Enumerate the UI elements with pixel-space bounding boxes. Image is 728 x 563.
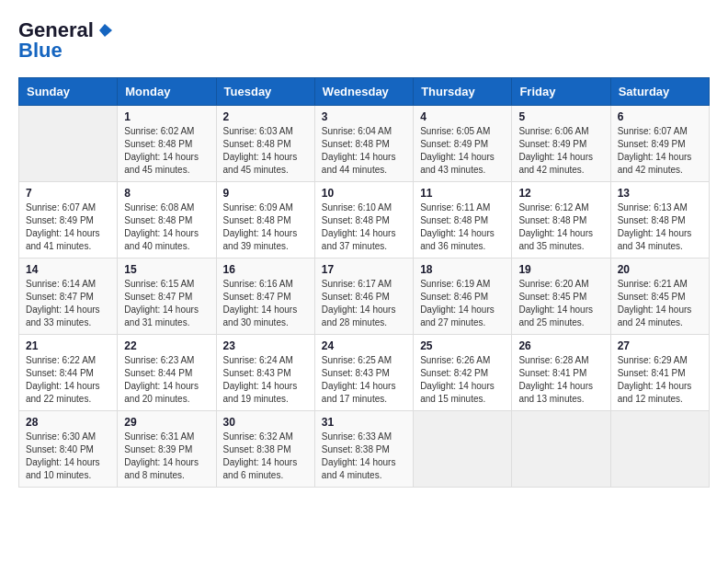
header-day-sunday: Sunday xyxy=(19,78,118,106)
calendar-cell: 26 Sunrise: 6:28 AMSunset: 8:41 PMDaylig… xyxy=(512,335,610,411)
calendar-cell: 11 Sunrise: 6:11 AMSunset: 8:48 PMDaylig… xyxy=(414,182,512,259)
day-info: Sunrise: 6:21 AMSunset: 8:45 PMDaylight:… xyxy=(618,278,702,329)
day-info: Sunrise: 6:08 AMSunset: 8:48 PMDaylight:… xyxy=(124,201,209,253)
day-number: 17 xyxy=(322,263,406,276)
day-info: Sunrise: 6:29 AMSunset: 8:41 PMDaylight:… xyxy=(618,354,702,406)
day-number: 30 xyxy=(223,416,308,429)
day-info: Sunrise: 6:32 AMSunset: 8:38 PMDaylight:… xyxy=(223,431,308,482)
day-info: Sunrise: 6:06 AMSunset: 8:49 PMDaylight:… xyxy=(518,125,603,177)
day-info: Sunrise: 6:15 AMSunset: 8:47 PMDaylight:… xyxy=(124,278,209,329)
calendar-cell: 18 Sunrise: 6:19 AMSunset: 8:46 PMDaylig… xyxy=(414,259,512,335)
week-row-4: 21 Sunrise: 6:22 AMSunset: 8:44 PMDaylig… xyxy=(19,335,710,411)
day-info: Sunrise: 6:03 AMSunset: 8:48 PMDaylight:… xyxy=(223,125,308,177)
day-info: Sunrise: 6:33 AMSunset: 8:38 PMDaylight:… xyxy=(322,431,406,482)
calendar-cell: 3 Sunrise: 6:04 AMSunset: 8:48 PMDayligh… xyxy=(314,106,413,182)
day-number: 11 xyxy=(420,187,505,200)
header-day-tuesday: Tuesday xyxy=(216,78,314,106)
calendar-cell: 5 Sunrise: 6:06 AMSunset: 8:49 PMDayligh… xyxy=(512,106,610,182)
day-info: Sunrise: 6:25 AMSunset: 8:43 PMDaylight:… xyxy=(322,354,406,406)
calendar-cell: 2 Sunrise: 6:03 AMSunset: 8:48 PMDayligh… xyxy=(216,106,314,182)
calendar-cell: 10 Sunrise: 6:10 AMSunset: 8:48 PMDaylig… xyxy=(314,182,413,259)
day-number: 23 xyxy=(223,339,308,352)
calendar-cell: 15 Sunrise: 6:15 AMSunset: 8:47 PMDaylig… xyxy=(118,259,216,335)
day-info: Sunrise: 6:11 AMSunset: 8:48 PMDaylight:… xyxy=(420,201,505,253)
day-info: Sunrise: 6:26 AMSunset: 8:42 PMDaylight:… xyxy=(420,354,505,406)
calendar-cell: 29 Sunrise: 6:31 AMSunset: 8:39 PMDaylig… xyxy=(118,411,216,488)
day-number: 19 xyxy=(518,263,603,276)
day-info: Sunrise: 6:02 AMSunset: 8:48 PMDaylight:… xyxy=(124,125,209,177)
calendar-cell: 25 Sunrise: 6:26 AMSunset: 8:42 PMDaylig… xyxy=(414,335,512,411)
calendar-cell: 12 Sunrise: 6:12 AMSunset: 8:48 PMDaylig… xyxy=(512,182,610,259)
day-info: Sunrise: 6:12 AMSunset: 8:48 PMDaylight:… xyxy=(518,201,603,253)
header-day-monday: Monday xyxy=(118,78,216,106)
day-number: 16 xyxy=(223,263,308,276)
day-number: 28 xyxy=(26,416,110,429)
day-info: Sunrise: 6:23 AMSunset: 8:44 PMDaylight:… xyxy=(124,354,209,406)
header-day-friday: Friday xyxy=(512,78,610,106)
calendar-cell: 7 Sunrise: 6:07 AMSunset: 8:49 PMDayligh… xyxy=(19,182,118,259)
week-row-2: 7 Sunrise: 6:07 AMSunset: 8:49 PMDayligh… xyxy=(19,182,710,259)
day-info: Sunrise: 6:24 AMSunset: 8:43 PMDaylight:… xyxy=(223,354,308,406)
day-info: Sunrise: 6:13 AMSunset: 8:48 PMDaylight:… xyxy=(618,201,702,253)
day-number: 31 xyxy=(322,416,406,429)
day-number: 27 xyxy=(618,339,702,352)
logo-blue: Blue xyxy=(18,39,63,63)
header-day-saturday: Saturday xyxy=(610,78,709,106)
calendar-cell: 14 Sunrise: 6:14 AMSunset: 8:47 PMDaylig… xyxy=(19,259,118,335)
day-info: Sunrise: 6:17 AMSunset: 8:46 PMDaylight:… xyxy=(322,278,406,329)
day-number: 21 xyxy=(26,339,110,352)
day-number: 29 xyxy=(124,416,209,429)
calendar-cell: 13 Sunrise: 6:13 AMSunset: 8:48 PMDaylig… xyxy=(610,182,709,259)
calendar-cell: 21 Sunrise: 6:22 AMSunset: 8:44 PMDaylig… xyxy=(19,335,118,411)
calendar-cell: 8 Sunrise: 6:08 AMSunset: 8:48 PMDayligh… xyxy=(118,182,216,259)
day-info: Sunrise: 6:05 AMSunset: 8:49 PMDaylight:… xyxy=(420,125,505,177)
calendar-table: SundayMondayTuesdayWednesdayThursdayFrid… xyxy=(18,77,710,488)
day-info: Sunrise: 6:14 AMSunset: 8:47 PMDaylight:… xyxy=(26,278,110,329)
calendar-cell: 19 Sunrise: 6:20 AMSunset: 8:45 PMDaylig… xyxy=(512,259,610,335)
day-number: 1 xyxy=(124,110,209,123)
week-row-1: 1 Sunrise: 6:02 AMSunset: 8:48 PMDayligh… xyxy=(19,106,710,182)
calendar-cell: 22 Sunrise: 6:23 AMSunset: 8:44 PMDaylig… xyxy=(118,335,216,411)
day-info: Sunrise: 6:19 AMSunset: 8:46 PMDaylight:… xyxy=(420,278,505,329)
week-row-3: 14 Sunrise: 6:14 AMSunset: 8:47 PMDaylig… xyxy=(19,259,710,335)
calendar-cell xyxy=(512,411,610,488)
day-number: 24 xyxy=(322,339,406,352)
day-number: 4 xyxy=(420,110,505,123)
day-info: Sunrise: 6:28 AMSunset: 8:41 PMDaylight:… xyxy=(518,354,603,406)
day-number: 20 xyxy=(618,263,702,276)
logo-bird-icon xyxy=(96,22,112,39)
header-day-wednesday: Wednesday xyxy=(314,78,413,106)
day-info: Sunrise: 6:04 AMSunset: 8:48 PMDaylight:… xyxy=(322,125,406,177)
day-info: Sunrise: 6:10 AMSunset: 8:48 PMDaylight:… xyxy=(322,201,406,253)
day-number: 5 xyxy=(518,110,603,123)
calendar-cell xyxy=(414,411,512,488)
week-row-5: 28 Sunrise: 6:30 AMSunset: 8:40 PMDaylig… xyxy=(19,411,710,488)
day-number: 2 xyxy=(223,110,308,123)
day-info: Sunrise: 6:22 AMSunset: 8:44 PMDaylight:… xyxy=(26,354,110,406)
day-number: 25 xyxy=(420,339,505,352)
calendar-cell: 17 Sunrise: 6:17 AMSunset: 8:46 PMDaylig… xyxy=(314,259,413,335)
day-number: 13 xyxy=(618,187,702,200)
day-number: 6 xyxy=(618,110,702,123)
calendar-cell xyxy=(610,411,709,488)
day-info: Sunrise: 6:07 AMSunset: 8:49 PMDaylight:… xyxy=(26,201,110,253)
day-info: Sunrise: 6:30 AMSunset: 8:40 PMDaylight:… xyxy=(26,431,110,482)
day-info: Sunrise: 6:07 AMSunset: 8:49 PMDaylight:… xyxy=(618,125,702,177)
day-info: Sunrise: 6:16 AMSunset: 8:47 PMDaylight:… xyxy=(223,278,308,329)
logo: General Blue xyxy=(18,18,112,63)
day-number: 10 xyxy=(322,187,406,200)
day-number: 26 xyxy=(518,339,603,352)
calendar-cell: 30 Sunrise: 6:32 AMSunset: 8:38 PMDaylig… xyxy=(216,411,314,488)
svg-marker-0 xyxy=(99,24,112,37)
header-day-thursday: Thursday xyxy=(414,78,512,106)
day-number: 3 xyxy=(322,110,406,123)
header-row: SundayMondayTuesdayWednesdayThursdayFrid… xyxy=(19,78,710,106)
calendar-cell: 1 Sunrise: 6:02 AMSunset: 8:48 PMDayligh… xyxy=(118,106,216,182)
calendar-cell: 27 Sunrise: 6:29 AMSunset: 8:41 PMDaylig… xyxy=(610,335,709,411)
day-number: 22 xyxy=(124,339,209,352)
calendar-cell: 28 Sunrise: 6:30 AMSunset: 8:40 PMDaylig… xyxy=(19,411,118,488)
calendar-cell: 23 Sunrise: 6:24 AMSunset: 8:43 PMDaylig… xyxy=(216,335,314,411)
day-number: 9 xyxy=(223,187,308,200)
day-number: 8 xyxy=(124,187,209,200)
day-info: Sunrise: 6:20 AMSunset: 8:45 PMDaylight:… xyxy=(518,278,603,329)
